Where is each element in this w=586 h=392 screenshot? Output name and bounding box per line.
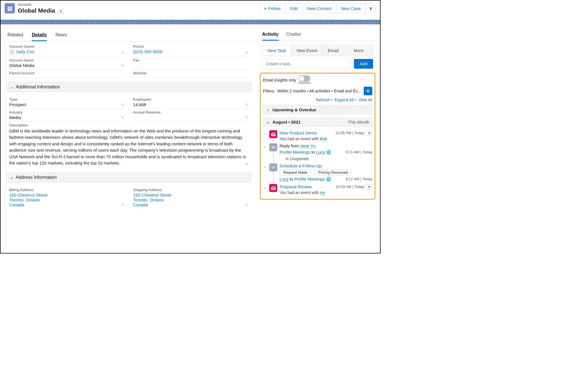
main-panel: Related Details News Account Owner ☺Sall…: [3, 28, 254, 211]
person-link[interactable]: Ivy: [320, 190, 325, 195]
event-icon: 📅: [269, 184, 277, 192]
section-address-info[interactable]: ⌄ Address Information: [6, 172, 251, 183]
edit-revenue-icon[interactable]: ✎: [245, 115, 248, 120]
phone-link[interactable]: (925) 555-5555: [133, 49, 163, 54]
view-all-link[interactable]: View All: [358, 98, 372, 102]
item-menu-caret[interactable]: ▾: [366, 130, 372, 136]
field-employees: Employees 14,668 ✎: [133, 96, 248, 109]
shipping-city-link[interactable]: Toronto, Ontario: [133, 197, 164, 202]
billing-street-link[interactable]: 150 Chestnut Street: [9, 193, 47, 197]
expand-all-link[interactable]: Expand All: [334, 98, 353, 102]
subtab-new-event[interactable]: New Event: [292, 45, 323, 56]
event-title-link[interactable]: Jane Yu: [300, 143, 316, 149]
filter-settings-gear-icon[interactable]: ⚙: [364, 87, 372, 95]
edit-description-icon[interactable]: ✎: [245, 162, 248, 167]
field-parent-account: Parent Account: [9, 70, 124, 78]
upcoming-overdue-header[interactable]: › Upcoming & Overdue: [263, 105, 372, 114]
item-menu-caret[interactable]: ▾: [366, 184, 372, 190]
from-link[interactable]: Profile Meetings: [280, 150, 310, 155]
edit-owner-icon[interactable]: ✎: [121, 50, 124, 55]
timeline-item: › ✉ Reply from Jane Yu Profile Meetings …: [263, 142, 372, 162]
refresh-link[interactable]: Refresh: [316, 98, 330, 102]
expand-chevron-icon[interactable]: ›: [263, 143, 267, 161]
edit-industry-icon[interactable]: ✎: [121, 115, 124, 120]
edit-employees-icon[interactable]: ✎: [245, 102, 248, 107]
field-phone: Phone (925) 555-5555 ✎: [133, 43, 248, 57]
subtab-more[interactable]: More: [344, 45, 373, 56]
expand-chevron-icon[interactable]: ›: [263, 163, 267, 182]
edit-phone-icon[interactable]: ✎: [245, 50, 248, 55]
topic-chip[interactable]: Pricing Discussed: [314, 169, 351, 175]
expand-chevron-icon[interactable]: ›: [263, 184, 267, 195]
billing-country-link[interactable]: Canada: [9, 202, 24, 207]
mail-icon: ✉: [285, 157, 289, 161]
toggle-state-label: Disabled: [298, 81, 311, 84]
globe-icon: 🌐: [326, 150, 331, 155]
timeline-item: › 📅 Proposal Review 12:03 AM | Today ▾ Y…: [263, 183, 372, 196]
event-time: 12:05 PM | Today: [335, 131, 364, 135]
field-shipping-address: Shipping Address 150 Chestnut Street Tor…: [133, 187, 248, 209]
activity-highlight-region: Email insights only Disabled Filters: Wi…: [260, 73, 375, 200]
more-actions-caret[interactable]: ▼: [366, 4, 376, 13]
owner-link[interactable]: Sally Cho: [16, 49, 34, 54]
shipping-country-link[interactable]: Canada: [133, 202, 148, 207]
edit-type-icon[interactable]: ✎: [121, 102, 124, 107]
new-contact-button[interactable]: New Contact: [302, 4, 336, 13]
timeline-item: › ✉ Schedule a Follow-Up Request Made Pr…: [263, 162, 372, 183]
event-time: 12:03 AM | Today: [336, 185, 364, 189]
tab-related[interactable]: Related: [7, 31, 23, 41]
field-website: Website: [133, 70, 248, 78]
event-title-link[interactable]: Proposal Review: [280, 184, 312, 189]
subtab-new-task[interactable]: New Task: [262, 45, 292, 56]
tab-details[interactable]: Details: [32, 31, 47, 41]
follow-button[interactable]: +Follow: [259, 4, 286, 13]
this-month-label: This Month: [348, 120, 369, 124]
chevron-down-icon: ⌄: [266, 120, 270, 124]
edit-name-icon[interactable]: ✎: [121, 63, 124, 68]
from-link[interactable]: Lucy: [280, 177, 289, 182]
event-time: 9:17 AM | Today: [346, 177, 372, 181]
to-link[interactable]: Profile Meetings: [294, 177, 325, 181]
create-task-input[interactable]: [262, 59, 351, 69]
email-icon: ✉: [269, 163, 277, 171]
subtab-email[interactable]: Email: [323, 45, 344, 56]
chevron-down-icon: ⌄: [9, 175, 13, 179]
month-header[interactable]: ⌄ August • 2021 This Month: [263, 117, 372, 127]
account-name: Global Media: [18, 7, 55, 14]
filters-text: Within 2 months • All activities • Email…: [277, 89, 361, 93]
object-label: Account: [18, 2, 64, 7]
section-additional-info[interactable]: ⌄ Additional Information: [6, 82, 251, 92]
activity-timeline: › 📅 New Product Demo 12:05 PM | Today ▾ …: [263, 129, 372, 196]
edit-billing-icon[interactable]: ✎: [121, 203, 124, 207]
field-account-owner: Account Owner ☺Sally Cho ✎: [9, 43, 124, 57]
person-link[interactable]: Bob: [320, 136, 327, 141]
hierarchy-icon[interactable]: ⇅: [58, 9, 64, 15]
account-icon: ▦: [5, 3, 15, 13]
billing-city-link[interactable]: Toronto, Ontario: [9, 197, 40, 202]
event-title-link[interactable]: Schedule a Follow-Up: [280, 163, 322, 168]
edit-button[interactable]: Edit: [286, 4, 302, 13]
event-icon: 📅: [269, 130, 277, 138]
event-time: 9:21 AM | Today: [346, 150, 372, 154]
field-industry: Industry Media ✎: [9, 109, 124, 122]
expand-chevron-icon[interactable]: ›: [263, 130, 267, 141]
field-billing-address: Billing Address 150 Chestnut Street Toro…: [9, 187, 124, 209]
new-case-button[interactable]: New Case: [336, 4, 366, 13]
tab-chatter[interactable]: Chatter: [286, 31, 301, 41]
email-insights-toggle[interactable]: [298, 75, 310, 82]
tab-activity[interactable]: Activity: [262, 31, 279, 41]
main-tabs: Related Details News: [3, 31, 254, 41]
event-title-link[interactable]: New Product Demo: [280, 130, 317, 135]
field-fax: Fax: [133, 57, 248, 70]
edit-shipping-icon[interactable]: ✎: [245, 203, 248, 207]
field-type: Type Prospect ✎: [9, 96, 124, 109]
tab-news[interactable]: News: [56, 31, 67, 41]
to-link[interactable]: Lucy: [316, 150, 325, 155]
timeline-item: › 📅 New Product Demo 12:05 PM | Today ▾ …: [263, 129, 372, 142]
topic-chip[interactable]: Request Made: [280, 169, 311, 175]
chevron-down-icon: ⌄: [9, 85, 13, 89]
side-panel: Activity Chatter New Task New Event Emai…: [258, 28, 377, 211]
add-task-button[interactable]: Add: [354, 59, 373, 69]
decorative-band: [1, 20, 380, 24]
shipping-street-link[interactable]: 150 Chestnut Street: [133, 193, 171, 197]
